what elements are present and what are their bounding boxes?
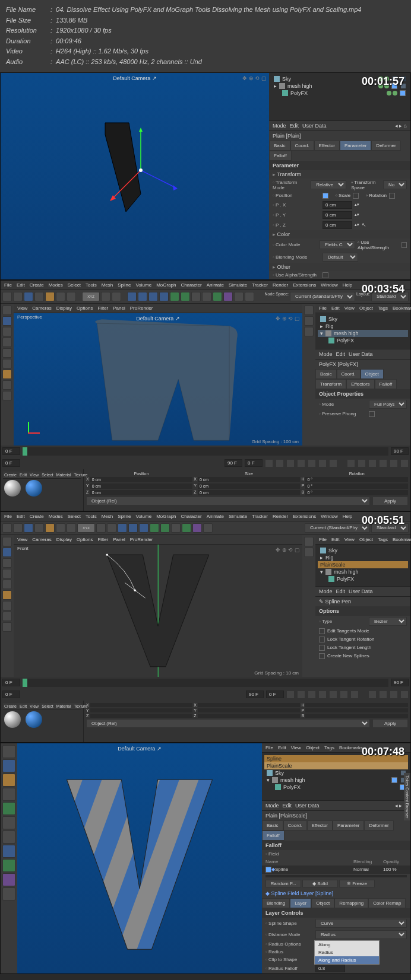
menu-file[interactable]: File xyxy=(319,537,327,542)
left-toolbar[interactable] xyxy=(1,743,17,973)
autokey-button[interactable] xyxy=(358,459,366,467)
menu-bookmarks[interactable]: Bookmarks xyxy=(339,745,363,750)
viewport-nav-icons[interactable]: ✥ ⊕ ⟲ ▢ xyxy=(242,75,267,81)
menu-view[interactable]: View xyxy=(344,306,355,311)
lock-length-checkbox[interactable] xyxy=(319,645,325,651)
dropdown-option-along-radius[interactable]: Along and Radius xyxy=(315,956,379,964)
pz-input[interactable] xyxy=(323,221,352,229)
menu-mesh[interactable]: Mesh xyxy=(102,514,113,519)
timeline-end[interactable] xyxy=(391,447,409,455)
mode-select[interactable]: Full Polys/Segments xyxy=(369,400,407,409)
attr-tabs[interactable]: Basic Coord. Effector Parameter Deformer… xyxy=(262,820,410,841)
viewport-3d[interactable]: Default Camera ↗ ✥ ⊕ ⟲ ▢ xyxy=(1,73,269,279)
obj-polyfx[interactable]: PolyFX xyxy=(271,90,408,97)
menu-filter[interactable]: Filter xyxy=(97,537,108,542)
menu-extensions[interactable]: Extensions xyxy=(293,514,316,519)
sub-color[interactable]: Color xyxy=(269,230,410,238)
menu-create[interactable]: Create xyxy=(4,473,17,477)
menu-volume[interactable]: Volume xyxy=(135,514,151,519)
main-menubar[interactable]: FileEditCreateModesSelectToolsMeshSpline… xyxy=(1,512,410,521)
menu-help[interactable]: Help xyxy=(343,514,352,519)
material-ball[interactable] xyxy=(26,711,42,728)
menu-edit[interactable]: Edit xyxy=(20,704,27,708)
menu-tags[interactable]: Tags xyxy=(324,745,334,750)
spline-shape-select[interactable]: Curve xyxy=(315,919,407,928)
timeline[interactable] xyxy=(1,446,410,457)
menu-cameras[interactable]: Cameras xyxy=(32,537,51,542)
viewport-front[interactable]: Front ✥ ⊕ ⟲ ▢ Grid Spacing : 10 cm xyxy=(14,545,302,677)
nav-arrows-icon[interactable]: ◂ ▸ ⌂ xyxy=(395,123,407,129)
px-input[interactable] xyxy=(323,201,352,209)
menu-select[interactable]: Select xyxy=(42,704,53,708)
menu-mograph[interactable]: MoGraph xyxy=(156,282,176,288)
menu-help[interactable]: Help xyxy=(343,282,352,288)
obj-menubar[interactable]: FileEditViewObjectTagsBookmarks xyxy=(315,535,410,545)
coord-manager[interactable]: PositionSizeRotation X0 cmX0 cmH0 ° Y0 c… xyxy=(84,469,410,511)
menu-animate[interactable]: Animate xyxy=(207,514,224,519)
dropdown-option-radius[interactable]: Radius xyxy=(315,949,379,956)
coord-mode-select[interactable]: Object (Rel) xyxy=(86,719,370,728)
next-frame-button[interactable] xyxy=(308,459,316,467)
menu-view[interactable]: View xyxy=(17,537,27,542)
position-checkbox[interactable] xyxy=(323,193,328,199)
play-button[interactable] xyxy=(297,459,305,467)
obj-plainscale[interactable]: PlainScale xyxy=(264,762,408,769)
menu-edit[interactable]: Edit xyxy=(17,282,25,288)
mid-toolbar[interactable] xyxy=(302,304,315,446)
menu-spline[interactable]: Spline xyxy=(118,514,131,519)
scale-checkbox[interactable] xyxy=(353,193,359,199)
left-toolbar[interactable] xyxy=(1,304,14,446)
menu-panel[interactable]: Panel xyxy=(113,306,125,311)
obj-menubar[interactable]: FileEditViewObjectTagsBookmarks xyxy=(315,304,410,313)
next-key-button[interactable] xyxy=(318,459,327,467)
obj-rig[interactable]: ▸ Rig xyxy=(318,323,408,330)
object-manager[interactable]: Sky ▸ Rig PlainScale ▾ mesh high PolyFX xyxy=(315,545,410,586)
coord-manager[interactable]: XXH YYP ZZB Object (Rel)Apply xyxy=(84,701,410,742)
menu-options[interactable]: Options xyxy=(77,537,93,542)
blend-mode-select[interactable]: Default xyxy=(323,253,358,262)
timeline-track[interactable] xyxy=(23,447,388,456)
material-manager[interactable]: CreateEditViewSelectMaterialTexture xyxy=(1,469,84,511)
prev-key-button[interactable] xyxy=(276,459,284,467)
menu-window[interactable]: Window xyxy=(321,282,337,288)
layer-tabs[interactable]: Blending Layer Object Remapping Color Re… xyxy=(262,898,410,908)
material-ball[interactable] xyxy=(4,711,21,728)
menu-mograph[interactable]: MoGraph xyxy=(156,514,176,519)
sub-other[interactable]: Other xyxy=(269,263,410,271)
menu-file[interactable]: File xyxy=(4,282,12,288)
menu-display[interactable]: Display xyxy=(56,306,72,311)
menu-create[interactable]: Create xyxy=(30,282,44,288)
edit-tangents-checkbox[interactable] xyxy=(319,628,325,634)
freeze-button[interactable]: ❄ Freeze xyxy=(339,880,375,887)
viewport-3d[interactable]: Default Camera ↗ xyxy=(17,743,262,973)
phong-checkbox[interactable] xyxy=(369,411,375,417)
last-frame-button[interactable] xyxy=(329,459,337,467)
obj-polyfx[interactable]: PolyFX xyxy=(264,784,408,791)
menu-options[interactable]: Options xyxy=(77,306,93,311)
attr-tabs[interactable]: Basic Coord. Object Transform Effectors … xyxy=(315,369,410,389)
menu-bookmarks[interactable]: Bookmarks xyxy=(393,306,411,311)
menu-material[interactable]: Material xyxy=(56,473,71,477)
viewport-perspective[interactable]: Perspective Default Camera ↗ ✥ ⊕ ⟲ ▢ Gri… xyxy=(14,313,302,446)
lock-rotation-checkbox[interactable] xyxy=(319,637,325,642)
attr-menubar[interactable]: ModeEditUser Data◂ ▸ ⌂ xyxy=(269,120,410,131)
menu-file[interactable]: File xyxy=(265,745,273,750)
menu-object[interactable]: Object xyxy=(359,306,373,311)
obj-mesh[interactable]: ▾ mesh high xyxy=(318,568,408,575)
distance-mode-select[interactable]: Radius xyxy=(315,930,407,939)
menu-tags[interactable]: Tags xyxy=(378,537,388,542)
color-mode-select[interactable]: Fields Color xyxy=(320,240,355,249)
radius-falloff-input[interactable] xyxy=(315,965,345,972)
menu-panel[interactable]: Panel xyxy=(113,537,125,542)
random-field-button[interactable]: Random F... xyxy=(265,880,301,887)
timeline-start[interactable] xyxy=(2,447,20,455)
obj-mesh[interactable]: ▾ mesh high xyxy=(318,330,408,337)
right-side-tabs[interactable]: Takes Content Browser xyxy=(404,773,410,820)
menu-tracker[interactable]: Tracker xyxy=(252,514,268,519)
menu-character[interactable]: Character xyxy=(181,282,202,288)
transform-mode-select[interactable]: Relative xyxy=(311,180,346,189)
menu-prorender[interactable]: ProRender xyxy=(130,537,153,542)
menu-extensions[interactable]: Extensions xyxy=(293,282,316,288)
left-toolbar[interactable] xyxy=(1,535,14,677)
main-toolbar[interactable]: XYZ Current (Standard/Physica Standard xyxy=(1,521,410,535)
